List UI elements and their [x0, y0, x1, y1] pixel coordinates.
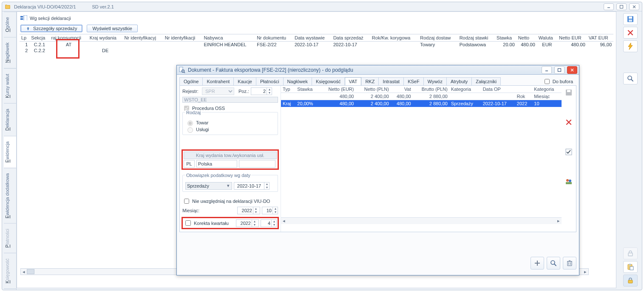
- tab-załączniki[interactable]: Załączniki: [471, 77, 501, 85]
- tab-wywóz[interactable]: Wywóz: [423, 77, 447, 85]
- vtab-księgowość: Księgowość: [4, 253, 17, 289]
- scroll-right-icon[interactable]: ▸: [582, 269, 588, 275]
- close-button[interactable]: [629, 3, 639, 10]
- kraj-name[interactable]: [196, 160, 237, 168]
- miesiac-year[interactable]: ▴▾: [237, 207, 260, 214]
- rejestr-label: Rejestr:: [182, 89, 200, 94]
- window-subtitle: SD ver.2.1: [92, 4, 114, 9]
- svg-rect-8: [628, 253, 633, 256]
- add-button[interactable]: [531, 257, 544, 270]
- modal-tabs: OgólneKontrahentKaucjePłatnościNagłówekK…: [179, 77, 579, 85]
- rejestr-select: SPR: [202, 87, 234, 95]
- svg-rect-13: [179, 67, 183, 72]
- vtab-ogólne[interactable]: Ogólne: [4, 11, 17, 37]
- svg-point-19: [566, 179, 569, 182]
- vertical-tabs: OgólneNagłówekKursy walutDeklaracjaEwide…: [4, 11, 17, 288]
- svg-rect-12: [628, 280, 633, 283]
- sales-details-button[interactable]: Szczegóły sprzedaży: [20, 25, 82, 32]
- tab-nagłówek[interactable]: Nagłówek: [283, 77, 312, 85]
- modal-close-button[interactable]: [567, 66, 577, 74]
- miesiac-label: Miesiąc:: [182, 208, 203, 213]
- scrollbar-thumb[interactable]: [27, 269, 34, 274]
- modal-bottom-toolbar: [179, 255, 576, 272]
- svg-rect-15: [558, 68, 561, 71]
- vat-left-form: Rejestr: SPR Poz.: ▴▾ Procedura OSS Rodz…: [180, 86, 281, 232]
- tab-ksef[interactable]: KSeF: [403, 77, 424, 85]
- kraj-code[interactable]: [184, 160, 195, 168]
- vtab-nagłówek[interactable]: Nagłówek: [4, 37, 17, 68]
- save-icon[interactable]: [563, 87, 574, 98]
- svg-rect-6: [629, 20, 632, 22]
- miesiac-month[interactable]: ▴▾: [262, 207, 278, 214]
- scroll-left-icon[interactable]: ◂: [21, 269, 27, 275]
- korekta-checkbox[interactable]: [185, 220, 191, 226]
- show-all-button[interactable]: Wyświetl wszystkie: [87, 25, 137, 32]
- svg-rect-1: [20, 16, 23, 18]
- main-window: Deklaracja VIU-DO/04/2022/1 SD ver.2.1 O…: [2, 2, 642, 290]
- vtab-ewidencja[interactable]: Ewidencja: [4, 136, 17, 168]
- sales-details-label: Szczegóły sprzedaży: [33, 26, 77, 31]
- right-toolbar: [621, 11, 640, 288]
- vtab-płatności: Płatności: [4, 223, 17, 253]
- document-modal: Dokument - Faktura eksportowa [FSE-2/22]…: [176, 65, 579, 275]
- delete-icon[interactable]: [623, 27, 638, 39]
- tab-rkz[interactable]: RKZ: [361, 77, 379, 85]
- paste-icon[interactable]: [623, 261, 638, 273]
- modal-minimize-button[interactable]: [542, 66, 552, 74]
- modal-title: Dokument - Faktura eksportowa [FSE-2/22]…: [188, 67, 353, 73]
- check-icon[interactable]: [563, 147, 574, 157]
- vtab-ewidencja-dodatkowa[interactable]: Ewidencja dodatkowa: [4, 168, 17, 224]
- users-icon[interactable]: [563, 177, 574, 187]
- korekta-year[interactable]: ▴▾: [236, 219, 259, 227]
- tab-księgowość[interactable]: Księgowość: [312, 77, 345, 85]
- tab-vat[interactable]: VAT: [345, 77, 362, 85]
- svg-rect-2: [20, 18, 23, 20]
- towar-radio: [187, 121, 193, 126]
- tab-intrastat[interactable]: Intrastat: [378, 77, 404, 85]
- kraj-extra[interactable]: [239, 160, 275, 168]
- svg-point-20: [569, 180, 571, 182]
- svg-rect-23: [567, 261, 572, 266]
- vtab-załączniki[interactable]: Załączniki: [4, 289, 17, 290]
- obow-select[interactable]: Sprzedaży: [187, 183, 209, 188]
- tab-ogólne[interactable]: Ogólne: [179, 77, 203, 85]
- highlight-kraj-wydania: Kraj wydania tow./wykonania usł.: [182, 149, 279, 170]
- svg-rect-0: [620, 5, 623, 8]
- search-button[interactable]: [547, 257, 560, 270]
- section-view-icon: [20, 15, 27, 21]
- delete-row-icon[interactable]: [563, 117, 574, 127]
- scroll-right-icon[interactable]: ▸: [556, 218, 562, 224]
- lock-disabled-icon: [623, 247, 638, 259]
- tab-kaucje[interactable]: Kaucje: [233, 77, 256, 85]
- no-decl-checkbox[interactable]: [184, 199, 189, 204]
- obow-date[interactable]: ▴▾: [234, 182, 270, 190]
- sales-grid[interactable]: LpSekcjaraj konsumpcjiKraj wydaniaNr ide…: [20, 34, 613, 53]
- vat-hscroll[interactable]: ◂ ▸: [281, 217, 562, 224]
- minimize-button[interactable]: [604, 3, 614, 10]
- tab-atrybuty[interactable]: Atrybuty: [446, 77, 472, 85]
- maximize-button[interactable]: [616, 3, 627, 10]
- uslugi-radio: [187, 127, 193, 133]
- lock-icon[interactable]: [623, 275, 638, 286]
- modal-maximize-button[interactable]: [554, 66, 565, 74]
- tab-płatności[interactable]: Płatności: [256, 77, 284, 85]
- rodzaj-title: Rodzaj: [185, 110, 201, 115]
- window-buttons: [604, 3, 639, 10]
- tab-kontrahent[interactable]: Kontrahent: [202, 77, 234, 85]
- save-icon[interactable]: [623, 13, 638, 25]
- svg-rect-5: [629, 17, 632, 19]
- poz-spinner[interactable]: ▴▾: [251, 87, 272, 95]
- korekta-label: Korekta kwartału: [194, 221, 234, 226]
- scroll-left-icon[interactable]: ◂: [281, 218, 287, 224]
- to-buffer-checkbox[interactable]: [545, 79, 550, 84]
- svg-rect-21: [566, 182, 572, 184]
- vat-grid[interactable]: TypStawkaNetto (EUR)Netto (PLN)VatBrutto…: [281, 86, 562, 232]
- svg-rect-3: [24, 15, 27, 20]
- korekta-quarter[interactable]: ▴▾: [261, 219, 277, 227]
- search-icon[interactable]: [623, 73, 638, 84]
- trash-button[interactable]: [563, 257, 576, 270]
- lightning-icon[interactable]: [623, 40, 638, 52]
- vtab-deklaracja[interactable]: Deklaracja: [4, 103, 17, 136]
- svg-rect-17: [567, 90, 570, 92]
- vtab-kursy-walut[interactable]: Kursy walut: [4, 68, 17, 104]
